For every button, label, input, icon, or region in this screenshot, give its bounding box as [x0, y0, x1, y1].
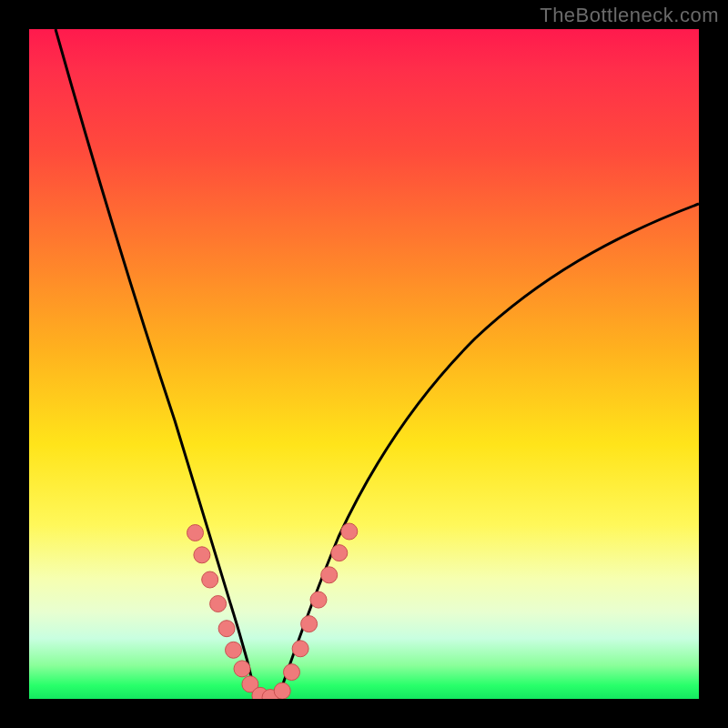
right-dots-dot [301, 616, 318, 632]
plot-area [29, 29, 699, 699]
left-dots-dot [234, 661, 250, 677]
marker-dots [187, 523, 358, 699]
right-dots-dot [310, 592, 327, 608]
left-dots-dot [210, 596, 227, 612]
right-dots-dot [274, 682, 290, 699]
left-curve-path [56, 29, 255, 692]
watermark-text: TheBottleneck.com [540, 4, 719, 27]
v-curve [56, 29, 699, 695]
right-dots-dot [321, 567, 338, 583]
left-dots-dot [202, 571, 218, 588]
left-dots-dot [194, 547, 210, 563]
chart-frame: TheBottleneck.com [0, 0, 728, 728]
right-dots-dot [331, 545, 348, 561]
right-dots-dot [284, 664, 300, 681]
right-curve-path [280, 204, 699, 692]
left-dots-dot [226, 642, 242, 658]
right-dots-dot [292, 641, 308, 657]
left-dots-dot [218, 621, 235, 637]
right-dots-dot [341, 523, 358, 540]
curve-layer [29, 29, 699, 699]
left-dots-dot [187, 525, 204, 541]
